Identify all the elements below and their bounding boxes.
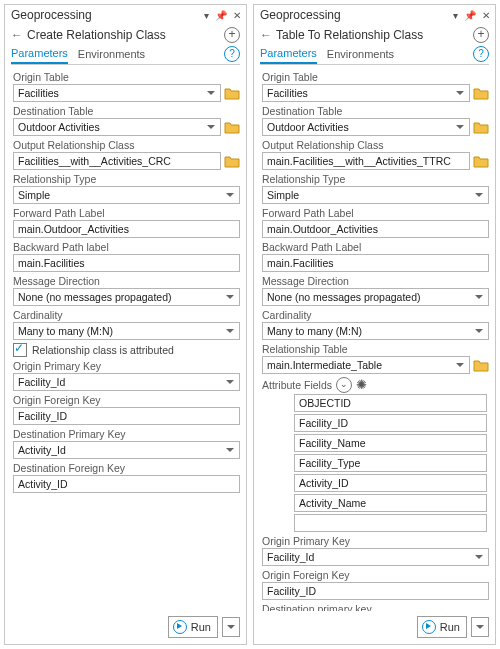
run-menu-button[interactable] <box>471 617 489 637</box>
card-label: Cardinality <box>262 309 489 321</box>
attr-field-item[interactable]: Activity_ID <box>294 474 487 492</box>
dfk-input[interactable]: Activity_ID <box>13 475 240 493</box>
card-select[interactable]: Many to many (M:N) <box>13 322 240 340</box>
run-label: Run <box>440 621 460 633</box>
destination-table-select[interactable]: Outdoor Activities <box>262 118 470 136</box>
ofk-input[interactable]: Facility_ID <box>13 407 240 425</box>
dpk-label: Destination primary key <box>262 603 489 611</box>
destination-table-select[interactable]: Outdoor Activities <box>13 118 221 136</box>
rel-type-select[interactable]: Simple <box>13 186 240 204</box>
attributed-label: Relationship class is attributed <box>32 344 174 356</box>
add-tool-icon[interactable]: + <box>473 27 489 43</box>
run-menu-button[interactable] <box>222 617 240 637</box>
collapse-icon[interactable]: ⌄ <box>336 377 352 393</box>
card-select[interactable]: Many to many (M:N) <box>262 322 489 340</box>
caret-down-icon[interactable]: ▾ <box>204 10 209 21</box>
browse-icon[interactable] <box>473 119 489 135</box>
rel-table-label: Relationship Table <box>262 343 489 355</box>
rel-type-select[interactable]: Simple <box>262 186 489 204</box>
back-arrow-icon[interactable]: ← <box>11 28 23 42</box>
rel-type-label: Relationship Type <box>13 173 240 185</box>
close-icon[interactable]: ✕ <box>233 10 241 21</box>
attr-field-item[interactable]: Facility_Name <box>294 434 487 452</box>
output-rc-input[interactable]: Facilities__with__Activities_CRC <box>13 152 221 170</box>
browse-icon[interactable] <box>224 153 240 169</box>
attr-field-item[interactable]: Facility_Type <box>294 454 487 472</box>
caret-down-icon[interactable]: ▾ <box>453 10 458 21</box>
attr-field-item[interactable]: Facility_ID <box>294 414 487 432</box>
fwd-label-label: Forward Path Label <box>262 207 489 219</box>
rel-type-label: Relationship Type <box>262 173 489 185</box>
ofk-label: Origin Foreign Key <box>13 394 240 406</box>
run-button[interactable]: Run <box>168 616 218 638</box>
pin-icon[interactable]: 📌 <box>464 10 476 21</box>
destination-table-label: Destination Table <box>262 105 489 117</box>
back-arrow-icon[interactable]: ← <box>260 28 272 42</box>
tab-parameters[interactable]: Parameters <box>260 44 317 64</box>
browse-icon[interactable] <box>473 357 489 373</box>
bwd-label-input[interactable]: main.Facilities <box>262 254 489 272</box>
help-icon[interactable]: ? <box>473 46 489 62</box>
attr-field-item[interactable]: OBJECTID <box>294 394 487 412</box>
browse-icon[interactable] <box>224 85 240 101</box>
browse-icon[interactable] <box>473 85 489 101</box>
dfk-label: Destination Foreign Key <box>13 462 240 474</box>
card-label: Cardinality <box>13 309 240 321</box>
pane-title: Geoprocessing <box>260 8 341 22</box>
tab-parameters[interactable]: Parameters <box>11 44 68 64</box>
help-icon[interactable]: ? <box>224 46 240 62</box>
destination-table-label: Destination Table <box>13 105 240 117</box>
opk-label: Origin Primary Key <box>262 535 489 547</box>
run-label: Run <box>191 621 211 633</box>
attr-fields-list: OBJECTID Facility_ID Facility_Name Facil… <box>294 394 487 532</box>
msg-dir-label: Message Direction <box>262 275 489 287</box>
bwd-label-label: Backward Path Label <box>262 241 489 253</box>
tabs-row: Parameters Environments ? <box>5 44 246 64</box>
opk-select[interactable]: Facility_Id <box>262 548 489 566</box>
play-icon <box>422 620 436 634</box>
pane-table-to-relationship-class: Geoprocessing ▾ 📌 ✕ ← Table To Relations… <box>253 4 496 645</box>
bwd-label-input[interactable]: main.Facilities <box>13 254 240 272</box>
add-tool-icon[interactable]: + <box>224 27 240 43</box>
fwd-label-input[interactable]: main.Outdoor_Activities <box>13 220 240 238</box>
tab-environments[interactable]: Environments <box>78 45 145 63</box>
tabs-row: Parameters Environments ? <box>254 44 495 64</box>
fwd-label-input[interactable]: main.Outdoor_Activities <box>262 220 489 238</box>
pane-header: Geoprocessing ▾ 📌 ✕ <box>5 5 246 24</box>
msg-dir-select[interactable]: None (no messages propagated) <box>13 288 240 306</box>
origin-table-label: Origin Table <box>262 71 489 83</box>
ofk-input[interactable]: Facility_ID <box>262 582 489 600</box>
msg-dir-label: Message Direction <box>13 275 240 287</box>
close-icon[interactable]: ✕ <box>482 10 490 21</box>
dpk-select[interactable]: Activity_Id <box>13 441 240 459</box>
opk-select[interactable]: Facility_Id <box>13 373 240 391</box>
tool-header: ← Create Relationship Class + <box>5 24 246 44</box>
origin-table-label: Origin Table <box>13 71 240 83</box>
browse-icon[interactable] <box>473 153 489 169</box>
play-icon <box>173 620 187 634</box>
attributed-checkbox[interactable] <box>13 343 27 357</box>
gear-icon[interactable]: ✺ <box>356 378 367 392</box>
origin-table-select[interactable]: Facilities <box>262 84 470 102</box>
pane-title: Geoprocessing <box>11 8 92 22</box>
bwd-label-label: Backward Path label <box>13 241 240 253</box>
pin-icon[interactable]: 📌 <box>215 10 227 21</box>
output-rc-input[interactable]: main.Facilities__with__Activities_TTRC <box>262 152 470 170</box>
tab-environments[interactable]: Environments <box>327 45 394 63</box>
pane-create-relationship-class: Geoprocessing ▾ 📌 ✕ ← Create Relationshi… <box>4 4 247 645</box>
ofk-label: Origin Foreign Key <box>262 569 489 581</box>
origin-table-select[interactable]: Facilities <box>13 84 221 102</box>
run-button[interactable]: Run <box>417 616 467 638</box>
attr-fields-label: Attribute Fields ⌄ ✺ <box>262 377 489 393</box>
fwd-label-label: Forward Path Label <box>13 207 240 219</box>
attr-field-item-empty[interactable] <box>294 514 487 532</box>
rel-table-select[interactable]: main.Intermediate_Table <box>262 356 470 374</box>
output-rc-label: Output Relationship Class <box>13 139 240 151</box>
tool-title: Table To Relationship Class <box>276 28 473 42</box>
attr-field-item[interactable]: Activity_Name <box>294 494 487 512</box>
browse-icon[interactable] <box>224 119 240 135</box>
tool-header: ← Table To Relationship Class + <box>254 24 495 44</box>
tool-title: Create Relationship Class <box>27 28 224 42</box>
attributed-checkbox-row[interactable]: Relationship class is attributed <box>13 343 240 357</box>
msg-dir-select[interactable]: None (no messages propagated) <box>262 288 489 306</box>
